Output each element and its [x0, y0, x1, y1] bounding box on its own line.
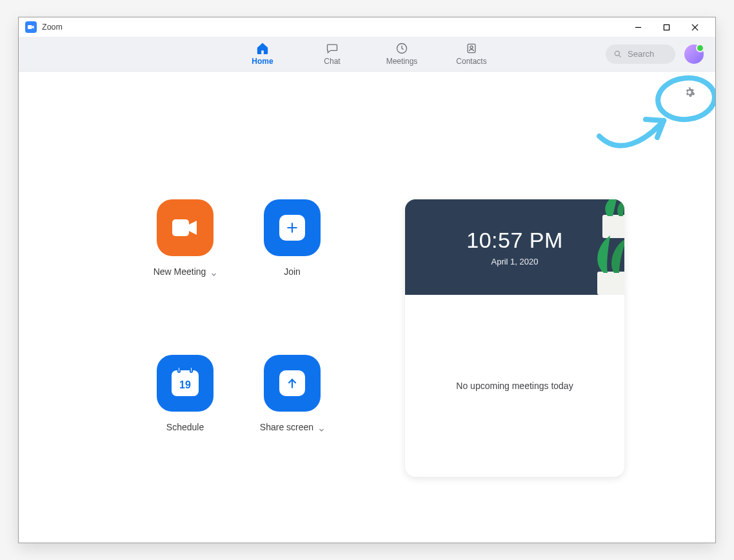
plant-decoration-icon: [582, 199, 624, 238]
title-bar: Zoom: [19, 17, 715, 37]
share-screen-button[interactable]: [264, 355, 321, 412]
share-screen-label-row[interactable]: Share screen: [260, 422, 324, 432]
svg-point-7: [470, 46, 473, 48]
svg-rect-2: [664, 25, 669, 30]
chevron-down-icon: [211, 269, 217, 275]
join-label: Join: [284, 266, 301, 277]
tab-home[interactable]: Home: [243, 37, 282, 71]
join-button[interactable]: [264, 199, 321, 256]
svg-line-9: [619, 55, 621, 57]
profile-avatar[interactable]: [684, 45, 704, 64]
current-time: 10:57 PM: [466, 228, 563, 253]
tab-meetings-label: Meetings: [386, 57, 418, 66]
gear-icon: [684, 86, 695, 98]
home-icon: [256, 42, 269, 55]
meetings-info-card: 10:57 PM April 1, 2020 No upcoming meeti: [405, 199, 624, 477]
tab-meetings[interactable]: Meetings: [382, 37, 421, 71]
search-input[interactable]: Search: [606, 45, 675, 64]
chevron-down-icon: [319, 425, 324, 430]
chat-icon: [326, 42, 339, 55]
window-maximize-button[interactable]: [652, 17, 680, 37]
search-placeholder: Search: [628, 49, 654, 59]
upcoming-meetings-empty: No upcoming meetings today: [405, 295, 624, 477]
zoom-app-icon: [25, 21, 37, 33]
tab-chat-label: Chat: [324, 57, 340, 66]
share-screen-label: Share screen: [260, 422, 313, 432]
tab-home-label: Home: [252, 57, 273, 66]
action-tiles: New Meeting Join: [144, 199, 333, 477]
tab-chat[interactable]: Chat: [313, 37, 352, 71]
main-content: New Meeting Join: [19, 72, 715, 543]
current-date: April 1, 2020: [491, 257, 539, 266]
tab-contacts[interactable]: Contacts: [452, 37, 491, 71]
info-card-hero: 10:57 PM April 1, 2020: [405, 199, 624, 295]
plant-decoration-icon: [582, 235, 624, 295]
arrow-up-icon: [279, 370, 305, 396]
new-meeting-label: New Meeting: [154, 266, 206, 277]
calendar-icon: 19: [172, 370, 199, 396]
video-icon: [171, 217, 199, 239]
new-meeting-button[interactable]: [157, 199, 213, 256]
schedule-label: Schedule: [166, 422, 204, 432]
tab-contacts-label: Contacts: [456, 57, 486, 66]
svg-point-8: [615, 51, 619, 55]
schedule-button[interactable]: 19: [157, 355, 213, 412]
new-meeting-label-row[interactable]: New Meeting: [154, 266, 217, 277]
window-close-button[interactable]: [680, 17, 709, 37]
svg-rect-15: [597, 272, 624, 295]
clock-icon: [395, 42, 408, 55]
calendar-day-number: 19: [179, 379, 191, 391]
settings-button[interactable]: [682, 85, 697, 100]
window-title: Zoom: [42, 23, 63, 32]
search-icon: [613, 50, 622, 59]
window-minimize-button[interactable]: [624, 17, 652, 37]
svg-rect-0: [28, 25, 32, 29]
plus-icon: [279, 215, 305, 241]
svg-rect-10: [172, 219, 189, 236]
contacts-icon: [465, 42, 478, 55]
svg-rect-14: [602, 215, 624, 238]
app-window: Zoom Home Chat: [18, 17, 716, 543]
top-nav: Home Chat Meetings Contacts: [19, 37, 715, 72]
